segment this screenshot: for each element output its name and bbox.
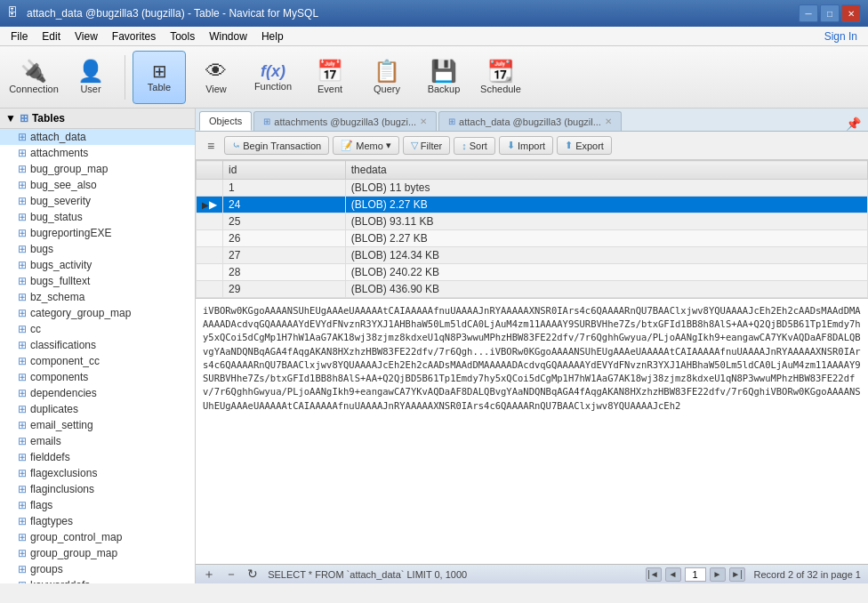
begin-transaction-button[interactable]: ⤿ Begin Transaction	[224, 136, 329, 155]
import-icon: ⬇	[507, 140, 515, 151]
nav-last-button[interactable]: ►|	[729, 567, 745, 582]
delete-record-button[interactable]: －	[225, 567, 237, 581]
sidebar-item-label: bugs_activity	[30, 259, 92, 271]
sort-button[interactable]: ↕ Sort	[454, 137, 495, 155]
toolbar-query[interactable]: 📋 Query	[360, 51, 414, 104]
refresh-button[interactable]: ↻	[247, 567, 258, 581]
status-query-text: SELECT * FROM `attach_data` LIMIT 0, 100…	[268, 569, 467, 580]
filter-button[interactable]: ▽ Filter	[403, 136, 450, 155]
import-button[interactable]: ⬇ Import	[499, 136, 553, 155]
sidebar-item-attach-data[interactable]: ⊞attach_data	[0, 129, 195, 145]
nav-next-button[interactable]: ►	[710, 567, 726, 582]
table-item-icon: ⊞	[18, 531, 27, 543]
table-item-icon: ⊞	[18, 579, 27, 583]
maximize-button[interactable]: □	[820, 4, 840, 22]
add-record-button[interactable]: ＋	[203, 567, 215, 581]
toolbar-table[interactable]: ⊞ Table	[133, 51, 186, 104]
sidebar-item-label: bz_schema	[30, 291, 84, 303]
query-icon: 📋	[374, 60, 400, 82]
table-row[interactable]: 28 (BLOB) 240.22 KB	[197, 264, 868, 281]
table-row[interactable]: 26 (BLOB) 2.27 KB	[197, 230, 868, 247]
sidebar-item-group-group-map[interactable]: ⊞group_group_map	[0, 545, 195, 561]
export-button[interactable]: ⬆ Export	[557, 136, 612, 155]
sidebar-item-dependencies[interactable]: ⊞dependencies	[0, 385, 195, 401]
menu-toggle-button[interactable]: ≡	[201, 134, 221, 157]
sidebar-item-email-setting[interactable]: ⊞email_setting	[0, 417, 195, 433]
sidebar-item-bugs-activity[interactable]: ⊞bugs_activity	[0, 257, 195, 273]
table-row[interactable]: 29 (BLOB) 436.90 KB	[197, 281, 868, 298]
menu-help[interactable]: Help	[254, 28, 291, 44]
sidebar-item-bugs[interactable]: ⊞bugs	[0, 241, 195, 257]
toolbar-view[interactable]: 👁 View	[189, 51, 243, 104]
col-header-id[interactable]: id	[223, 161, 346, 180]
sidebar-item-bug-see-also[interactable]: ⊞bug_see_also	[0, 177, 195, 193]
cell-data: (BLOB) 2.27 KB	[345, 197, 867, 213]
toolbar-backup[interactable]: 💾 Backup	[417, 51, 470, 104]
sidebar-item-category-group-map[interactable]: ⊞category_group_map	[0, 305, 195, 321]
nav-prev-button[interactable]: ◄	[665, 567, 681, 582]
menu-favorites[interactable]: Favorites	[105, 28, 163, 44]
sidebar-item-cc[interactable]: ⊞cc	[0, 321, 195, 337]
sidebar-item-group-control-map[interactable]: ⊞group_control_map	[0, 529, 195, 545]
sidebar-item-bug-status[interactable]: ⊞bug_status	[0, 209, 195, 225]
page-number-input[interactable]	[685, 567, 706, 582]
table-row[interactable]: 25 (BLOB) 93.11 KB	[197, 213, 868, 230]
tab-attachments[interactable]: ⊞ attachments @bugzilla3 (bugzi... ✕	[253, 111, 437, 131]
menu-file[interactable]: File	[4, 28, 35, 44]
tab-attach-data-close[interactable]: ✕	[605, 117, 612, 126]
menu-view[interactable]: View	[68, 28, 105, 44]
sidebar-item-label: groups	[30, 563, 63, 575]
col-header-thedata[interactable]: thedata	[345, 161, 867, 180]
table-item-icon: ⊞	[18, 275, 27, 287]
sidebar-item-bug-group-map[interactable]: ⊞bug_group_map	[0, 161, 195, 177]
sidebar-item-classifications[interactable]: ⊞classifications	[0, 337, 195, 353]
sidebar-item-fielddefs[interactable]: ⊞fielddefs	[0, 449, 195, 465]
sign-in-link[interactable]: Sign In	[817, 28, 864, 44]
minimize-button[interactable]: ─	[799, 4, 818, 22]
sidebar-item-emails[interactable]: ⊞emails	[0, 433, 195, 449]
toolbar-connection[interactable]: 🔌 Connection	[7, 51, 60, 104]
memo-button[interactable]: 📝 Memo ▾	[333, 136, 399, 155]
toolbar-user[interactable]: 👤 User	[64, 51, 117, 104]
sidebar-item-bug-severity[interactable]: ⊞bug_severity	[0, 193, 195, 209]
sidebar-item-bz-schema[interactable]: ⊞bz_schema	[0, 289, 195, 305]
table-row[interactable]: ▶ 24 (BLOB) 2.27 KB	[197, 197, 868, 213]
menu-bar: File Edit View Favorites Tools Window He…	[0, 27, 868, 46]
menu-tools[interactable]: Tools	[163, 28, 202, 44]
nav-first-button[interactable]: |◄	[646, 567, 662, 582]
tab-objects[interactable]: Objects	[199, 111, 252, 131]
sidebar-item-attachments[interactable]: ⊞attachments	[0, 145, 195, 161]
toolbar-event[interactable]: 📅 Event	[303, 51, 357, 104]
sidebar-header-label: Tables	[32, 112, 65, 125]
sidebar-item-component-cc[interactable]: ⊞component_cc	[0, 353, 195, 369]
tab-attach-data[interactable]: ⊞ attach_data @bugzilla3 (bugzil... ✕	[438, 111, 622, 131]
tab-attachments-close[interactable]: ✕	[420, 117, 427, 126]
sidebar-item-groups[interactable]: ⊞groups	[0, 561, 195, 577]
sidebar-item-components[interactable]: ⊞components	[0, 369, 195, 385]
table-item-icon: ⊞	[18, 355, 27, 367]
close-button[interactable]: ✕	[841, 4, 861, 22]
cell-id: 1	[223, 180, 346, 197]
toolbar: 🔌 Connection 👤 User ⊞ Table 👁 View f(x) …	[0, 46, 868, 109]
sidebar-item-bugs-fulltext[interactable]: ⊞bugs_fulltext	[0, 273, 195, 289]
sidebar-item-duplicates[interactable]: ⊞duplicates	[0, 401, 195, 417]
sidebar-item-flags[interactable]: ⊞flags	[0, 497, 195, 513]
table-row[interactable]: 27 (BLOB) 124.34 KB	[197, 247, 868, 264]
menu-edit[interactable]: Edit	[35, 28, 68, 44]
tab-pin-icon[interactable]: 📌	[846, 117, 864, 131]
expand-icon[interactable]: ▼	[5, 112, 16, 125]
sidebar-item-flagtypes[interactable]: ⊞flagtypes	[0, 513, 195, 529]
sidebar-item-flagexclusions[interactable]: ⊞flagexclusions	[0, 465, 195, 481]
row-marker	[197, 213, 223, 230]
sidebar-item-flaginclusions[interactable]: ⊞flaginclusions	[0, 481, 195, 497]
toolbar-function[interactable]: f(x) Function	[246, 51, 300, 104]
tables-icon: ⊞	[20, 112, 28, 125]
toolbar-schedule[interactable]: 📆 Schedule	[474, 51, 527, 104]
sidebar-item-bugreportingexe[interactable]: ⊞bugreportingEXE	[0, 225, 195, 241]
cell-id: 27	[223, 247, 346, 264]
menu-window[interactable]: Window	[202, 28, 254, 44]
sidebar-item-keyworddefs[interactable]: ⊞keyworddefs	[0, 577, 195, 583]
table-item-icon: ⊞	[18, 179, 27, 191]
sidebar-item-label: bug_group_map	[30, 163, 108, 175]
table-row[interactable]: 1 (BLOB) 11 bytes	[197, 180, 868, 197]
